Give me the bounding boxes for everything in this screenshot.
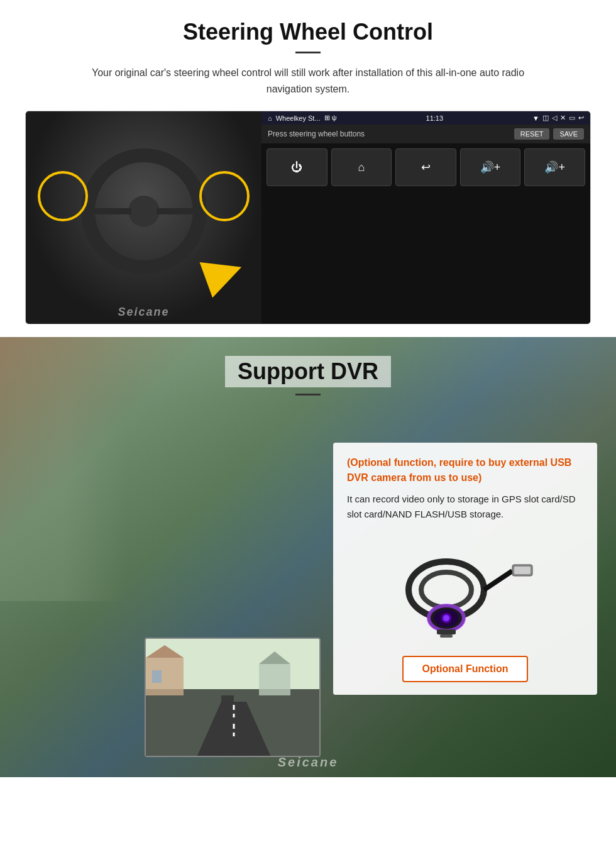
android-toolbar: Press steering wheel buttons RESET SAVE bbox=[261, 124, 590, 143]
steering-section: Steering Wheel Control Your original car… bbox=[0, 0, 616, 337]
highlight-circle-right bbox=[199, 171, 250, 221]
dvr-thumbnail bbox=[145, 638, 321, 757]
dvr-thumb-scene bbox=[146, 639, 319, 756]
arrow-indicator bbox=[205, 255, 243, 292]
vol-up2-ctrl-btn[interactable]: 🔊+ bbox=[524, 148, 585, 186]
dvr-section: Support DVR bbox=[0, 337, 616, 777]
steering-seicane-watermark: Seicane bbox=[118, 306, 169, 319]
save-button[interactable]: SAVE bbox=[553, 128, 584, 140]
screen-icon: ◫ bbox=[542, 114, 549, 122]
dvr-infobox: (Optional function, require to buy exter… bbox=[333, 443, 597, 695]
title-divider bbox=[295, 52, 321, 53]
vol-up-ctrl-btn[interactable]: 🔊+ bbox=[460, 148, 521, 186]
statusbar-left: ⌂ Wheelkey St... ⊞ ψ bbox=[268, 114, 336, 122]
svg-point-12 bbox=[421, 572, 471, 607]
wifi-icon: ▼ bbox=[532, 114, 539, 122]
dvr-left-area bbox=[19, 418, 321, 757]
dvr-infobox-title: (Optional function, require to buy exter… bbox=[347, 455, 583, 485]
highlight-circle-left bbox=[38, 171, 88, 221]
dvr-content-area: (Optional function, require to buy exter… bbox=[0, 405, 616, 770]
svg-point-19 bbox=[443, 615, 449, 621]
svg-rect-14 bbox=[514, 567, 531, 574]
toolbar-buttons: RESET SAVE bbox=[514, 128, 584, 140]
app-label: Wheelkey St... bbox=[276, 114, 321, 122]
arrow-right-shape bbox=[200, 249, 248, 297]
back-ctrl-btn[interactable]: ↩ bbox=[395, 148, 456, 186]
press-label: Press steering wheel buttons bbox=[268, 130, 365, 138]
steering-composite-image: Seicane ⌂ Wheelkey St... ⊞ ψ 11:13 ▼ ◫ ◁… bbox=[25, 111, 591, 324]
svg-rect-20 bbox=[437, 629, 456, 634]
android-statusbar: ⌂ Wheelkey St... ⊞ ψ 11:13 ▼ ◫ ◁ ✕ ▭ ↩ bbox=[261, 111, 590, 124]
dvr-title-area: Support DVR bbox=[0, 337, 616, 405]
close-icon: ✕ bbox=[560, 114, 566, 122]
sw-spoke-left bbox=[82, 208, 131, 214]
dvr-title: Support DVR bbox=[225, 356, 391, 387]
home-ctrl-btn[interactable]: ⌂ bbox=[331, 148, 392, 186]
android-screen-panel: ⌂ Wheelkey St... ⊞ ψ 11:13 ▼ ◫ ◁ ✕ ▭ ↩ P… bbox=[261, 111, 590, 324]
back-icon: ↩ bbox=[578, 114, 584, 122]
svg-rect-21 bbox=[440, 634, 453, 638]
svg-rect-10 bbox=[221, 695, 234, 702]
dvr-road-svg bbox=[146, 639, 321, 757]
steering-wheel-photo: Seicane bbox=[26, 111, 261, 324]
steering-subtitle: Your original car's steering wheel contr… bbox=[72, 65, 544, 97]
window-icon: ▭ bbox=[569, 114, 575, 122]
svg-rect-8 bbox=[259, 664, 290, 695]
dvr-seicane-watermark: Seicane bbox=[278, 755, 339, 770]
sw-spoke-right bbox=[157, 208, 206, 214]
sound-icon: ◁ bbox=[552, 114, 557, 122]
steering-wheel-ring bbox=[81, 148, 207, 274]
steering-photo-bg bbox=[26, 111, 261, 324]
optional-function-button[interactable]: Optional Function bbox=[402, 656, 529, 682]
statusbar-right-icons: ▼ ◫ ◁ ✕ ▭ ↩ bbox=[532, 114, 584, 122]
dvr-camera-svg bbox=[396, 539, 534, 640]
statusbar-icons: ⊞ ψ bbox=[324, 114, 337, 122]
statusbar-time: 11:13 bbox=[426, 114, 444, 122]
reset-button[interactable]: RESET bbox=[514, 128, 550, 140]
svg-rect-5 bbox=[146, 658, 184, 695]
power-ctrl-btn[interactable]: ⏻ bbox=[267, 148, 327, 186]
dvr-infobox-body: It can record video only to storage in G… bbox=[347, 492, 583, 522]
svg-rect-7 bbox=[152, 670, 162, 683]
home-icon: ⌂ bbox=[268, 114, 272, 122]
dvr-camera-illustration bbox=[347, 533, 583, 646]
controls-grid: ⏻ ⌂ ↩ 🔊+ 🔊+ bbox=[261, 143, 590, 324]
dvr-title-divider bbox=[295, 394, 321, 396]
steering-title: Steering Wheel Control bbox=[25, 19, 591, 45]
